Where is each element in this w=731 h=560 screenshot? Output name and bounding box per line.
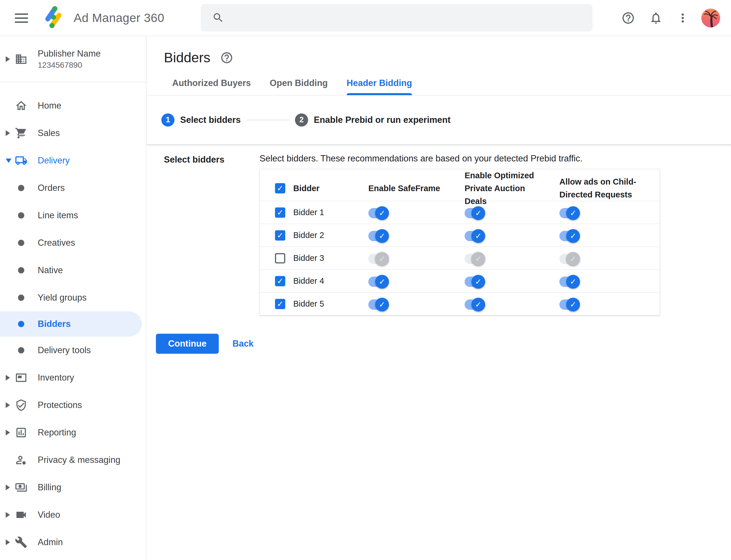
account-avatar[interactable] <box>701 9 720 27</box>
page-help-icon[interactable] <box>220 51 233 64</box>
sidebar-item-video[interactable]: Video <box>0 501 146 529</box>
table-row-bidder-5: ✓Bidder 5✓✓✓ <box>260 292 660 315</box>
sidebar-item-native[interactable]: Native <box>0 257 146 284</box>
sidebar-item-label: Creatives <box>38 238 75 248</box>
chevron-right-icon <box>6 130 10 136</box>
sidebar-item-orders[interactable]: Orders <box>0 174 146 202</box>
chevron-right-icon <box>6 485 10 490</box>
ad-manager-app: Ad Manager 360 <box>0 0 731 560</box>
publisher-id: 1234567890 <box>38 61 101 70</box>
toggle-thumb: ✓ <box>566 275 580 289</box>
sidebar-item-inventory[interactable]: Inventory <box>0 364 146 391</box>
optimized-deals-toggle[interactable]: ✓ <box>464 254 483 264</box>
sidebar-item-admin[interactable]: Admin <box>0 529 146 556</box>
sidebar-item-sales[interactable]: Sales <box>0 119 146 147</box>
stepper: 1Select bidders2Enable Prebid or run exp… <box>147 95 731 144</box>
step-connector <box>247 120 289 120</box>
optimized-deals-toggle[interactable]: ✓ <box>464 299 483 310</box>
notifications-icon[interactable] <box>648 11 663 25</box>
sidebar-item-privacy-messaging[interactable]: Privacy & messaging <box>0 446 146 474</box>
tab-open-bidding[interactable]: Open Bidding <box>270 78 328 95</box>
bullet-icon <box>15 344 27 357</box>
table-row-bidder-4: ✓Bidder 4✓✓✓ <box>260 269 660 292</box>
safeframe-toggle[interactable]: ✓ <box>368 277 386 287</box>
help-icon[interactable] <box>621 11 636 25</box>
video-icon <box>15 509 27 521</box>
sidebar-item-billing[interactable]: Billing <box>0 474 146 501</box>
child-directed-toggle[interactable]: ✓ <box>559 208 578 218</box>
sidebar-item-label: Line items <box>38 210 78 221</box>
bullet-icon <box>15 264 27 277</box>
ad-manager-logo-icon <box>42 4 65 32</box>
sidebar-item-line-items[interactable]: Line items <box>0 202 146 229</box>
billing-icon <box>15 481 27 494</box>
step-1[interactable]: 1Select bidders <box>161 113 241 127</box>
shield-icon <box>15 399 27 411</box>
step-number-badge: 1 <box>161 113 175 127</box>
report-icon <box>15 426 27 439</box>
chevron-right-icon <box>6 56 10 62</box>
sidebar-item-home[interactable]: Home <box>0 92 146 119</box>
continue-button[interactable]: Continue <box>156 334 219 354</box>
column-header-bidder: Bidder <box>293 184 320 193</box>
child-directed-toggle[interactable]: ✓ <box>559 277 578 287</box>
row-checkbox[interactable]: ✓ <box>275 299 285 309</box>
sidebar-item-delivery-tools[interactable]: Delivery tools <box>0 337 146 364</box>
top-app-bar: Ad Manager 360 <box>0 0 731 36</box>
safeframe-toggle[interactable]: ✓ <box>368 231 386 241</box>
optimized-deals-toggle[interactable]: ✓ <box>464 231 483 241</box>
row-checkbox[interactable] <box>275 253 285 263</box>
sidebar-item-label: Sales <box>38 128 60 138</box>
bullet-icon <box>15 237 27 249</box>
search-input[interactable] <box>201 4 592 31</box>
child-directed-toggle[interactable]: ✓ <box>559 231 578 241</box>
sidebar-item-label: Orders <box>38 183 65 193</box>
bidder-name: Bidder 1 <box>293 208 324 217</box>
optimized-deals-toggle[interactable]: ✓ <box>464 277 483 287</box>
row-checkbox[interactable]: ✓ <box>275 207 285 218</box>
sidebar-item-yield-groups[interactable]: Yield groups <box>0 284 146 311</box>
bullet-icon <box>15 209 27 222</box>
sidebar-item-label: Protections <box>38 400 82 410</box>
row-checkbox[interactable]: ✓ <box>275 230 285 241</box>
child-directed-toggle[interactable]: ✓ <box>559 254 578 264</box>
sidebar-item-protections[interactable]: Protections <box>0 391 146 419</box>
chevron-right-icon <box>6 402 10 408</box>
tab-authorized-buyers[interactable]: Authorized Buyers <box>172 78 251 95</box>
sidebar-item-reporting[interactable]: Reporting <box>0 419 146 446</box>
safeframe-toggle[interactable]: ✓ <box>368 299 386 310</box>
publisher-selector[interactable]: Publisher Name 1234567890 <box>0 36 146 82</box>
chevron-right-icon <box>6 375 10 381</box>
safeframe-toggle[interactable]: ✓ <box>368 254 386 264</box>
hamburger-menu-icon[interactable] <box>15 9 32 27</box>
sidebar-item-label: Admin <box>38 537 63 547</box>
row-checkbox[interactable]: ✓ <box>275 276 285 286</box>
row-checkbox[interactable]: ✓ <box>275 183 285 193</box>
bullet-icon <box>15 182 27 194</box>
tab-header-bidding[interactable]: Header Bidding <box>347 78 412 95</box>
sidebar-item-label: Bidders <box>38 319 71 329</box>
safeframe-toggle[interactable]: ✓ <box>368 208 386 218</box>
toggle-thumb: ✓ <box>471 229 485 243</box>
page-title: Bidders <box>164 50 211 65</box>
description-text: Select bidders. These recommendations ar… <box>260 153 660 164</box>
more-options-icon[interactable] <box>675 11 690 25</box>
tab-bar: Authorized BuyersOpen BiddingHeader Bidd… <box>147 78 731 95</box>
privacy-icon <box>15 454 27 466</box>
section-label: Select bidders <box>164 153 260 315</box>
toggle-thumb: ✓ <box>566 229 580 243</box>
sidebar-item-creatives[interactable]: Creatives <box>0 229 146 257</box>
step-content: Select bidders Select bidders. These rec… <box>147 144 731 354</box>
step-label: Select bidders <box>180 115 241 125</box>
optimized-deals-toggle[interactable]: ✓ <box>464 208 483 218</box>
sidebar-item-delivery[interactable]: Delivery <box>0 147 146 174</box>
sidebar-item-label: Native <box>38 265 63 275</box>
chevron-right-icon <box>6 430 10 435</box>
child-directed-toggle[interactable]: ✓ <box>559 299 578 310</box>
building-icon <box>15 53 27 65</box>
toggle-thumb: ✓ <box>471 298 485 311</box>
toggle-thumb: ✓ <box>566 252 580 266</box>
sidebar-item-bidders[interactable]: Bidders <box>0 311 142 337</box>
back-button[interactable]: Back <box>233 339 254 349</box>
step-2[interactable]: 2Enable Prebid or run experiment <box>295 113 450 127</box>
